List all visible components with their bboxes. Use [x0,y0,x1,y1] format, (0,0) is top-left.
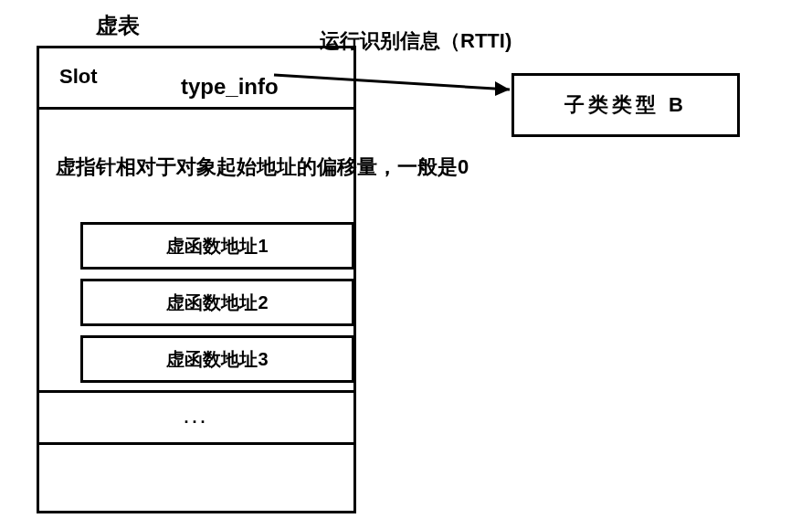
vtable-container: Slot type_info 虚指针相对于对象起始地址的偏移量，一般是0 虚函数… [37,46,356,513]
vfunc-addr-2: 虚函数地址2 [80,279,354,326]
svg-marker-1 [495,81,510,96]
slot-row: Slot type_info [37,46,356,110]
vfunc-addr-3: 虚函数地址3 [80,335,354,383]
subclass-type-box: 子类类型 B [511,73,740,137]
vfunc-more: ... [37,390,356,445]
vtable-title: 虚表 [96,11,140,40]
offset-text: 虚指针相对于对象起始地址的偏移量，一般是0 [56,153,604,181]
typeinfo-label: type_info [181,74,279,100]
vfunc-addr-1: 虚函数地址1 [80,222,354,270]
slot-label: Slot [59,65,98,89]
